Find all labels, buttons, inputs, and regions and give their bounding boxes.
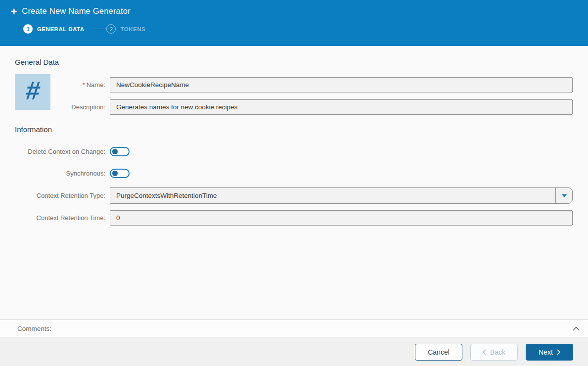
description-row: Description: [0, 99, 588, 115]
next-button[interactable]: Next [526, 344, 573, 361]
back-button-label: Back [490, 348, 505, 356]
name-input[interactable] [110, 77, 573, 92]
step-1-label: GENERAL DATA [37, 26, 84, 32]
name-field-wrap [110, 77, 573, 92]
wizard-steps: 1 GENERAL DATA 2 TOKENS [0, 16, 588, 34]
step-2-circle: 2 [106, 24, 116, 34]
page-title: Create New Name Generator [22, 6, 131, 16]
cancel-button-label: Cancel [428, 348, 450, 356]
retention-time-input[interactable] [110, 210, 573, 226]
step-1-circle: 1 [23, 24, 33, 34]
step-connector-line [92, 29, 106, 29]
synchronous-toggle-knob [112, 171, 118, 176]
next-button-label: Next [539, 348, 553, 356]
title-row: + Create New Name Generator [0, 0, 588, 16]
retention-type-dropdown-button[interactable] [555, 188, 572, 203]
step-tokens[interactable]: 2 TOKENS [106, 24, 145, 34]
synchronous-row: Synchronous: [0, 169, 588, 178]
description-input[interactable] [110, 99, 573, 115]
retention-type-label: Context Retention Type: [0, 192, 105, 199]
step-general-data[interactable]: 1 GENERAL DATA [23, 24, 84, 34]
create-name-generator-dialog: + Create New Name Generator 1 GENERAL DA… [0, 0, 588, 366]
retention-time-label: Context Retention Time: [0, 214, 105, 222]
back-button[interactable]: Back [470, 344, 518, 361]
dialog-header: + Create New Name Generator 1 GENERAL DA… [0, 0, 588, 46]
chevron-down-icon [562, 194, 567, 197]
retention-time-row: Context Retention Time: [0, 210, 588, 226]
retention-type-value: PurgeContextsWithRetentionTime [116, 192, 217, 199]
retention-type-field-wrap: PurgeContextsWithRetentionTime [110, 187, 573, 204]
information-heading: Information [15, 126, 588, 133]
delete-context-label: Delete Context on Change: [0, 148, 105, 155]
retention-type-dropdown[interactable]: PurgeContextsWithRetentionTime [110, 187, 573, 204]
chevron-up-icon[interactable] [573, 326, 580, 331]
step-2-label: TOKENS [120, 26, 145, 32]
retention-type-row: Context Retention Type: PurgeContextsWit… [0, 187, 588, 204]
general-data-heading: General Data [15, 46, 588, 66]
comments-label: Comments: [17, 325, 51, 332]
delete-context-toggle-knob [112, 149, 118, 154]
delete-context-row: Delete Context on Change: [0, 147, 588, 156]
name-row: *Name: [0, 77, 588, 92]
required-marker: * [83, 81, 85, 89]
dialog-body: General Data # *Name: Description: Infor… [0, 46, 588, 226]
chevron-right-icon [557, 349, 560, 355]
description-field-wrap [110, 99, 573, 115]
generator-type-icon: # [15, 74, 50, 110]
plus-icon: + [11, 7, 17, 16]
chevron-left-icon [483, 349, 486, 355]
delete-context-toggle[interactable] [110, 147, 130, 156]
name-label-text: Name: [87, 81, 105, 89]
hash-icon: # [24, 78, 42, 106]
cancel-button[interactable]: Cancel [415, 344, 462, 361]
synchronous-toggle[interactable] [110, 169, 130, 178]
synchronous-label: Synchronous: [0, 170, 105, 177]
dialog-footer: Cancel Back Next [0, 337, 588, 366]
comments-bar[interactable]: Comments: [0, 320, 588, 337]
retention-time-field-wrap [110, 210, 573, 226]
